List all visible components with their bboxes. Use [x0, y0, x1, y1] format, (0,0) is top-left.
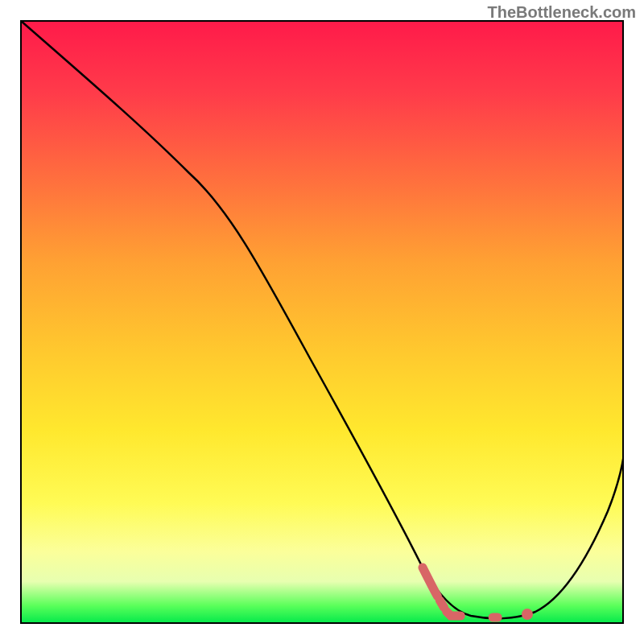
plot-area: [20, 20, 624, 624]
optimum-marker: [20, 20, 624, 624]
chart-container: TheBottleneck.com: [0, 0, 644, 644]
marker-dot-icon: [522, 609, 533, 620]
marker-segment: [423, 568, 503, 617]
attribution-label: TheBottleneck.com: [488, 3, 636, 22]
